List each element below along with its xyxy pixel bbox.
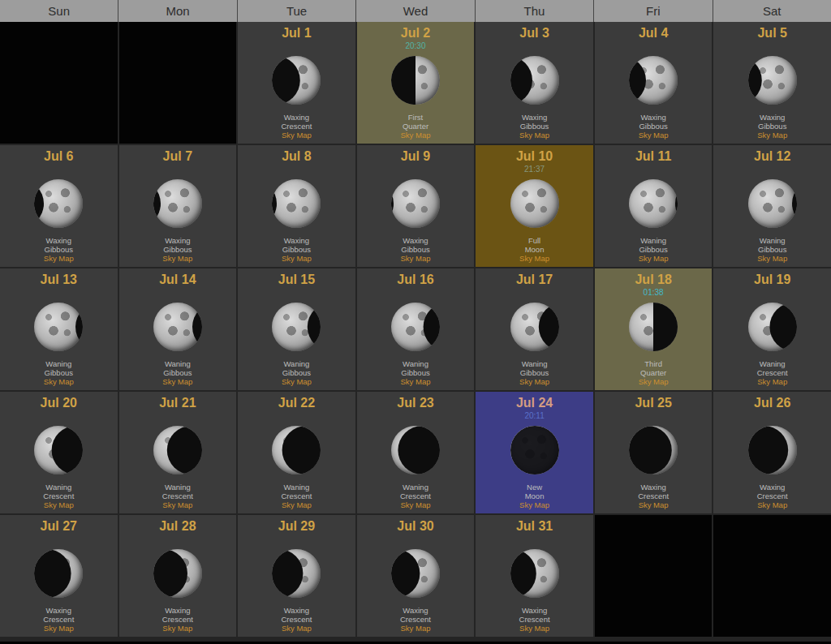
phase-name-line1: Waxing [45, 236, 73, 245]
day-date: Jul 22 [278, 395, 315, 411]
sky-map-link[interactable]: Sky Map [44, 624, 74, 633]
phase-name-line1: Waning [520, 359, 549, 368]
moon-image [391, 56, 440, 105]
sky-map-link[interactable]: Sky Map [757, 254, 787, 264]
phase-name-line1: First [403, 113, 428, 122]
moon-image [629, 179, 678, 228]
phase-name-line1: Waxing [281, 606, 312, 615]
day-cell: Jul 22 Waning Crescent Sky Map [238, 392, 355, 513]
moon-image [153, 426, 202, 474]
sky-map-link[interactable]: Sky Map [162, 624, 192, 633]
phase-name-line2: Gibbous [45, 368, 73, 377]
sky-map-link[interactable]: Sky Map [44, 500, 74, 510]
moon-shadow [510, 426, 559, 474]
moon-shadow [272, 549, 303, 598]
day-date: Jul 2 [401, 25, 430, 41]
moon-shadow [192, 303, 202, 351]
phase-name: Waning Gibbous [45, 359, 73, 377]
moon-shadow [675, 179, 678, 228]
sky-map-link[interactable]: Sky Map [162, 254, 192, 264]
moon-image [272, 549, 321, 598]
day-date: Jul 20 [41, 395, 77, 411]
day-date: Jul 5 [757, 25, 786, 41]
phase-name-line1: Waning [400, 483, 431, 492]
sky-map-link[interactable]: Sky Map [757, 500, 787, 510]
sky-map-link[interactable]: Sky Map [282, 377, 312, 387]
phase-name: Waning Gibbous [282, 359, 311, 377]
sky-map-link[interactable]: Sky Map [44, 377, 74, 387]
day-date: Jul 17 [516, 272, 553, 288]
moon-image [629, 303, 678, 351]
phase-name-line1: New [525, 483, 545, 492]
day-date: Jul 28 [159, 518, 196, 535]
day-cell: Jul 30 Waxing Crescent Sky Map [357, 515, 475, 637]
day-cell: Jul 31 Waxing Crescent Sky Map [476, 515, 593, 637]
sky-map-link[interactable]: Sky Map [162, 500, 192, 510]
moon-shadow [510, 56, 532, 105]
sky-map-link[interactable]: Sky Map [757, 131, 787, 140]
moon-image [510, 549, 559, 598]
phase-name-line1: Waning [281, 483, 312, 492]
phase-name: Waning Gibbous [758, 236, 786, 254]
phase-name-line1: Waning [45, 359, 73, 368]
sky-map-link[interactable]: Sky Map [757, 377, 787, 387]
moon-image [510, 426, 559, 474]
sky-map-link[interactable]: Sky Map [401, 500, 431, 510]
phase-name-line2: Gibbous [520, 122, 549, 131]
phase-name: Waning Crescent [281, 483, 312, 500]
phase-name-line2: Crescent [43, 492, 74, 500]
sky-map-link[interactable]: Sky Map [401, 254, 431, 264]
phase-name-line2: Quarter [640, 368, 666, 377]
sky-map-link[interactable]: Sky Map [639, 131, 669, 140]
day-cell: Jul 14 Waning Gibbous Sky Map [119, 268, 237, 390]
sky-map-link[interactable]: Sky Map [639, 500, 669, 510]
moon-image [34, 549, 83, 598]
sky-map-link[interactable]: Sky Map [162, 377, 192, 387]
phase-name-line1: Waning [757, 359, 788, 368]
phase-name: Waxing Crescent [162, 606, 193, 624]
sky-map-link[interactable]: Sky Map [282, 254, 312, 264]
phase-name-line1: Waning [43, 483, 74, 492]
day-date: Jul 9 [401, 148, 430, 165]
phase-name-line1: Waning [639, 236, 667, 245]
moon-image [748, 179, 797, 228]
moon-shadow [391, 56, 416, 105]
sky-map-link[interactable]: Sky Map [401, 131, 431, 140]
phase-name: Waning Crescent [43, 483, 74, 500]
sky-map-link[interactable]: Sky Map [401, 624, 431, 633]
sky-map-link[interactable]: Sky Map [519, 254, 549, 264]
phase-name-line1: Waxing [163, 236, 192, 245]
phase-name-line1: Waxing [282, 236, 311, 245]
phase-name: Waning Gibbous [520, 359, 549, 377]
moon-shadow [653, 303, 678, 351]
sky-map-link[interactable]: Sky Map [282, 624, 312, 633]
phase-name: Waxing Crescent [519, 606, 550, 624]
moon-image [153, 179, 202, 228]
day-date: Jul 24 [516, 395, 553, 411]
sky-map-link[interactable]: Sky Map [519, 131, 549, 140]
moon-shadow [308, 303, 321, 351]
phase-name: Full Moon [525, 236, 545, 254]
sky-map-link[interactable]: Sky Map [401, 377, 431, 387]
weekday-label: Sun [0, 0, 118, 22]
moon-shadow [34, 549, 71, 598]
phase-name-line2: Quarter [403, 122, 428, 131]
sky-map-link[interactable]: Sky Map [519, 500, 549, 510]
sky-map-link[interactable]: Sky Map [519, 377, 549, 387]
sky-map-link[interactable]: Sky Map [519, 624, 549, 633]
moon-shadow [424, 303, 440, 351]
moon-image [34, 179, 83, 228]
phase-name-line1: Waning [163, 359, 192, 368]
sky-map-link[interactable]: Sky Map [282, 131, 312, 140]
sky-map-link[interactable]: Sky Map [282, 500, 312, 510]
sky-map-link[interactable]: Sky Map [639, 377, 669, 387]
moon-shadow [167, 426, 202, 474]
day-cell: Jul 23 Waning Crescent Sky Map [357, 392, 475, 513]
sky-map-link[interactable]: Sky Map [44, 254, 74, 264]
sky-map-link[interactable]: Sky Map [639, 254, 669, 264]
day-date: Jul 27 [41, 518, 77, 535]
phase-name-line1: Waxing [401, 236, 429, 245]
phase-name: Third Quarter [640, 359, 666, 377]
day-cell: Jul 26 Waxing Crescent Sky Map [713, 392, 831, 513]
phase-name-line2: Gibbous [758, 245, 786, 254]
